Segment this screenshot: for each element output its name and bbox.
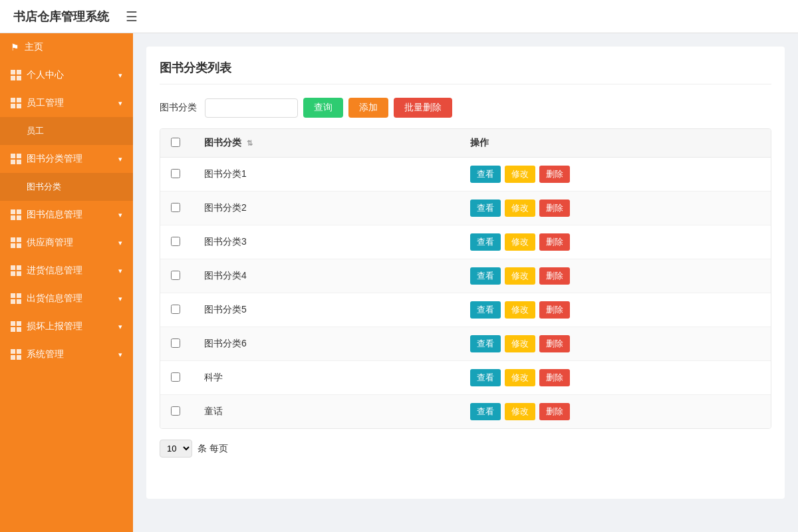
row-category: 图书分类2 xyxy=(194,192,460,225)
grid-icon xyxy=(11,98,21,108)
row-checkbox-cell xyxy=(160,361,194,395)
edit-button[interactable]: 修改 xyxy=(505,301,535,319)
sidebar-item-book-category[interactable]: 图书分类 xyxy=(0,173,133,201)
view-button[interactable]: 查看 xyxy=(470,335,501,352)
table-row: 图书分类6查看修改删除 xyxy=(160,327,771,361)
sidebar-item-outbound-mgmt[interactable]: 出货信息管理 ▾ xyxy=(0,285,133,313)
view-button[interactable]: 查看 xyxy=(470,301,501,319)
sidebar-item-label: 员工管理 xyxy=(27,97,64,109)
edit-button[interactable]: 修改 xyxy=(505,369,535,386)
table-header-row: 图书分类 ⇅ 操作 xyxy=(160,129,771,158)
sidebar-item-book-category-mgmt[interactable]: 图书分类管理 ▾ xyxy=(0,145,133,173)
header-category-label: 图书分类 xyxy=(204,137,241,148)
chevron-down-icon: ▾ xyxy=(118,295,122,303)
row-action-cell: 查看修改删除 xyxy=(460,259,771,293)
content-card: 图书分类列表 图书分类 查询 添加 批量删除 xyxy=(146,47,785,499)
row-action-cell: 查看修改删除 xyxy=(460,158,771,192)
view-button[interactable]: 查看 xyxy=(470,200,501,217)
delete-button[interactable]: 删除 xyxy=(539,267,570,285)
view-button[interactable]: 查看 xyxy=(470,403,501,420)
row-checkbox[interactable] xyxy=(171,237,180,246)
app-title: 书店仓库管理系统 xyxy=(13,9,109,25)
view-button[interactable]: 查看 xyxy=(470,369,501,386)
delete-button[interactable]: 删除 xyxy=(539,301,570,319)
edit-button[interactable]: 修改 xyxy=(505,233,535,251)
per-page-select[interactable]: 102050 xyxy=(160,440,192,458)
delete-button[interactable]: 删除 xyxy=(539,233,570,251)
row-category: 童话 xyxy=(194,395,460,429)
view-button[interactable]: 查看 xyxy=(470,267,501,285)
row-checkbox[interactable] xyxy=(171,305,180,314)
row-checkbox-cell xyxy=(160,259,194,293)
sidebar-item-employee[interactable]: 员工 xyxy=(0,117,133,145)
delete-button[interactable]: 删除 xyxy=(539,335,570,352)
sidebar-item-damage-report[interactable]: 损坏上报管理 ▾ xyxy=(0,313,133,340)
delete-button[interactable]: 删除 xyxy=(539,200,570,217)
action-buttons: 查看修改删除 xyxy=(470,200,760,217)
row-checkbox[interactable] xyxy=(171,338,180,348)
delete-button[interactable]: 删除 xyxy=(539,369,570,386)
sidebar-item-book-info-mgmt[interactable]: 图书信息管理 ▾ xyxy=(0,201,133,229)
sidebar-item-label: 供应商管理 xyxy=(27,237,73,249)
row-category: 图书分类3 xyxy=(194,225,460,259)
per-page-label: 条 每页 xyxy=(198,443,228,455)
sidebar-item-label: 图书分类 xyxy=(27,181,61,193)
row-category: 图书分类6 xyxy=(194,327,460,361)
edit-button[interactable]: 修改 xyxy=(505,200,535,217)
row-checkbox-cell xyxy=(160,225,194,259)
sidebar-item-personal[interactable]: 个人中心 ▾ xyxy=(0,61,133,89)
row-action-cell: 查看修改删除 xyxy=(460,293,771,327)
table-row: 图书分类2查看修改删除 xyxy=(160,192,771,225)
query-button[interactable]: 查询 xyxy=(303,98,343,118)
action-buttons: 查看修改删除 xyxy=(470,267,760,285)
table-row: 图书分类4查看修改删除 xyxy=(160,259,771,293)
sidebar-item-label: 图书信息管理 xyxy=(27,209,82,221)
action-buttons: 查看修改删除 xyxy=(470,233,760,251)
grid-icon xyxy=(11,265,21,276)
menu-toggle-button[interactable]: ☰ xyxy=(122,5,141,28)
row-checkbox-cell xyxy=(160,327,194,361)
chevron-down-icon: ▾ xyxy=(118,99,122,108)
row-checkbox[interactable] xyxy=(171,169,180,178)
edit-button[interactable]: 修改 xyxy=(505,267,535,285)
sidebar-item-label: 出货信息管理 xyxy=(27,293,82,305)
header-category-col: 图书分类 ⇅ xyxy=(194,129,460,158)
action-buttons: 查看修改删除 xyxy=(470,403,760,420)
chevron-down-icon: ▾ xyxy=(118,350,122,359)
chevron-down-icon: ▾ xyxy=(118,267,122,275)
sort-icon[interactable]: ⇅ xyxy=(247,139,253,147)
add-button[interactable]: 添加 xyxy=(348,98,388,118)
main-layout: ⚑ 主页 个人中心 ▾ 员工管理 ▾ 员工 图书分类管理 ▾ 图书分类 图书信息… xyxy=(0,33,798,532)
header-action-col: 操作 xyxy=(460,129,771,158)
sidebar-item-label: 系统管理 xyxy=(27,348,64,360)
sidebar-item-label: 进货信息管理 xyxy=(27,265,82,277)
action-buttons: 查看修改删除 xyxy=(470,166,760,183)
edit-button[interactable]: 修改 xyxy=(505,335,535,352)
row-category: 科学 xyxy=(194,361,460,395)
grid-icon xyxy=(11,321,21,332)
view-button[interactable]: 查看 xyxy=(470,166,501,183)
sidebar-item-system-mgmt[interactable]: 系统管理 ▾ xyxy=(0,340,133,368)
grid-icon xyxy=(11,70,21,80)
sidebar-item-home[interactable]: ⚑ 主页 xyxy=(0,33,133,61)
row-action-cell: 查看修改删除 xyxy=(460,327,771,361)
select-all-checkbox[interactable] xyxy=(171,138,180,147)
row-checkbox[interactable] xyxy=(171,271,180,280)
sidebar-item-employee-mgmt[interactable]: 员工管理 ▾ xyxy=(0,89,133,117)
category-search-input[interactable] xyxy=(205,98,298,118)
batch-delete-button[interactable]: 批量删除 xyxy=(394,98,452,118)
sidebar-item-inbound-mgmt[interactable]: 进货信息管理 ▾ xyxy=(0,257,133,285)
grid-icon xyxy=(11,209,21,220)
edit-button[interactable]: 修改 xyxy=(505,403,535,420)
row-checkbox[interactable] xyxy=(171,406,180,416)
edit-button[interactable]: 修改 xyxy=(505,166,535,183)
delete-button[interactable]: 删除 xyxy=(539,403,570,420)
row-action-cell: 查看修改删除 xyxy=(460,361,771,395)
delete-button[interactable]: 删除 xyxy=(539,166,570,183)
row-checkbox[interactable] xyxy=(171,203,180,212)
row-checkbox[interactable] xyxy=(171,372,180,382)
flag-icon: ⚑ xyxy=(11,42,19,53)
sidebar-item-supplier-mgmt[interactable]: 供应商管理 ▾ xyxy=(0,229,133,257)
filter-label: 图书分类 xyxy=(160,102,197,114)
view-button[interactable]: 查看 xyxy=(470,233,501,251)
